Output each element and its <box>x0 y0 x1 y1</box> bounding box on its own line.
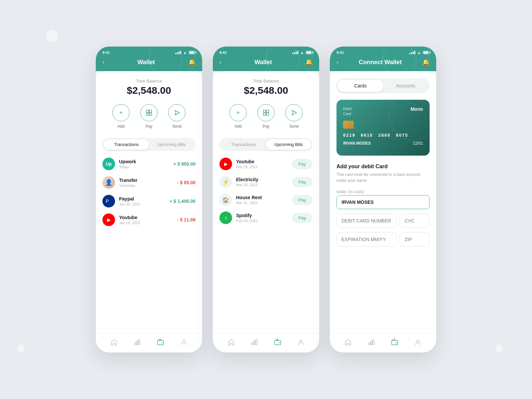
tx-paypal-amount: + $ 1,406.00 <box>170 199 196 204</box>
add-button-2[interactable]: + Add <box>229 104 247 129</box>
back-button-2[interactable]: ‹ <box>219 59 221 65</box>
nav-wallet-3[interactable] <box>391 338 398 346</box>
electricity-logo: ⚡ <box>219 176 232 188</box>
content-bills: Total Balance $2,548.00 + Add <box>213 70 319 333</box>
svg-rect-11 <box>263 110 266 112</box>
svg-text:P: P <box>106 199 109 204</box>
paypal-logo: P <box>102 195 115 207</box>
nav-wallet-2[interactable] <box>274 338 281 346</box>
balance-section-2: Total Balance $2,548.00 <box>219 78 313 96</box>
send-label-1: Send <box>172 124 182 129</box>
svg-rect-24 <box>392 340 398 345</box>
battery-2 <box>306 51 313 54</box>
add-label-2: Add <box>234 124 241 129</box>
nav-home-2[interactable] <box>227 338 235 346</box>
svg-point-9 <box>162 342 163 343</box>
bottom-nav-1 <box>96 333 202 352</box>
pay-label-1: Pay <box>146 124 153 129</box>
deco-circle-3 <box>495 345 503 352</box>
svg-rect-0 <box>146 110 149 112</box>
tx-upwork-info: Upwork Today <box>119 159 173 169</box>
tx-transfer-amount: - $ 85.00 <box>177 180 196 185</box>
content-connect: Cards Accounts Debit Card Mono 6219 8610… <box>330 70 436 333</box>
nav-chart-2[interactable] <box>251 338 258 346</box>
name-input[interactable] <box>336 195 430 209</box>
bill-house-rent: 🏠 House Rent Mar 31, 2022 Pay <box>219 194 313 206</box>
tx-youtube-amount: - $ 11.99 <box>177 217 196 222</box>
tab-bills-1[interactable]: Upcoming Bills <box>149 139 194 150</box>
header-bills: 9:41 ▲ ‹ Wallet 🔔 <box>213 47 319 71</box>
nav-person-3[interactable] <box>414 338 422 346</box>
nav-home-1[interactable] <box>110 338 118 346</box>
svg-point-25 <box>396 342 397 343</box>
phone-bills: 9:41 ▲ ‹ Wallet 🔔 <box>213 47 319 352</box>
action-buttons-1: + Add Pay <box>102 104 196 129</box>
svg-point-19 <box>279 342 280 343</box>
svg-rect-12 <box>266 110 269 112</box>
card-number-input[interactable] <box>336 214 396 228</box>
svg-rect-7 <box>139 339 140 345</box>
nav-person-2[interactable] <box>297 338 305 346</box>
transfer-avatar: 👤 <box>102 176 115 189</box>
header-transactions: 9:41 ▲ ‹ Wallet 🔔 <box>96 47 202 71</box>
action-buttons-2: + Add Pay <box>219 104 313 129</box>
tab-transactions-1[interactable]: Transactions <box>104 139 149 150</box>
nav-home-3[interactable] <box>344 338 352 346</box>
tab-transactions-2[interactable]: Transactions <box>221 139 266 150</box>
svg-rect-17 <box>256 339 257 345</box>
spotify-logo: ♫ <box>219 211 232 224</box>
pay-button-1[interactable]: Pay <box>140 104 158 129</box>
svg-rect-13 <box>263 113 266 115</box>
tx-paypal-name: Paypal <box>119 196 170 201</box>
cw-tab-cards[interactable]: Cards <box>338 80 383 92</box>
nav-chart-3[interactable] <box>368 338 375 346</box>
card-chip <box>343 121 354 129</box>
form-name-group: NAME ON CARD <box>336 190 430 209</box>
add-button-1[interactable]: + Add <box>112 104 130 129</box>
back-button-1[interactable]: ‹ <box>102 59 104 65</box>
zip-input[interactable] <box>400 232 430 246</box>
svg-rect-21 <box>369 342 370 345</box>
bill-spotify-date: Feb 28, 2022 <box>236 219 292 223</box>
cvc-input[interactable] <box>400 214 430 228</box>
bill-spotify: ♫ Spotify Feb 28, 2022 Pay <box>219 211 313 224</box>
tx-transfer: 👤 Transfer Yesterday - $ 85.00 <box>102 176 196 189</box>
debit-card-visual: Debit Card Mono 6219 8610 2888 8075 IRVA… <box>336 100 430 156</box>
send-button-1[interactable]: Send <box>168 104 186 129</box>
card-type-label: Debit Card <box>343 106 352 117</box>
pay-youtube-btn[interactable]: Pay <box>292 159 313 169</box>
nav-wallet-1[interactable] <box>157 338 164 346</box>
pay-electricity-btn[interactable]: Pay <box>292 177 313 187</box>
tx-youtube-info: Youtube Jan 16, 2022 <box>119 215 177 225</box>
tx-upwork-date: Today <box>119 165 173 169</box>
bill-electricity: ⚡ Electricity Mar 28, 2022 Pay <box>219 176 313 188</box>
pay-spotify-btn[interactable]: Pay <box>292 213 313 223</box>
send-circle-1 <box>168 104 186 121</box>
send-button-2[interactable]: Send <box>285 104 303 129</box>
upwork-logo: Up <box>102 158 115 170</box>
cw-tab-accounts[interactable]: Accounts <box>383 80 428 92</box>
balance-label-2: Total Balance <box>219 78 313 83</box>
page-wrapper: 9:41 ▲ ‹ Wallet 🔔 <box>0 47 532 352</box>
card-group-1: 6219 <box>343 133 355 138</box>
tx-upwork-name: Upwork <box>119 159 173 164</box>
balance-label-1: Total Balance <box>102 78 196 83</box>
expiry-input[interactable] <box>336 232 396 246</box>
tab-bills-2[interactable]: Upcoming Bills <box>266 139 311 150</box>
svg-rect-23 <box>373 339 374 345</box>
bill-youtube-name: Youtube <box>236 159 292 164</box>
pay-button-2[interactable]: Pay <box>257 104 275 129</box>
bill-spotify-name: Spotify <box>236 213 292 218</box>
nav-chart-1[interactable] <box>134 338 141 346</box>
pay-house-btn[interactable]: Pay <box>292 195 313 205</box>
nav-person-1[interactable] <box>180 338 188 346</box>
svg-rect-14 <box>266 113 269 115</box>
balance-section-1: Total Balance $2,548.00 <box>102 78 196 96</box>
back-button-3[interactable]: ‹ <box>336 59 338 65</box>
time-3: 9:41 <box>336 51 344 55</box>
tx-youtube-name: Youtube <box>119 215 177 220</box>
time-1: 9:41 <box>102 51 110 55</box>
pay-label-2: Pay <box>263 124 270 129</box>
time-2: 9:41 <box>219 51 227 55</box>
bill-youtube-date: Feb 28, 2022 <box>236 165 292 169</box>
